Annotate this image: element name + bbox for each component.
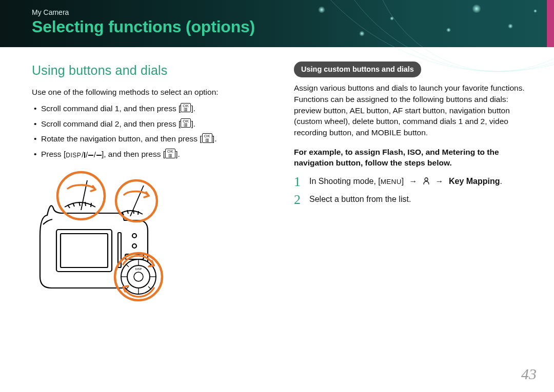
sparkle-icon xyxy=(508,24,513,29)
ok-button-icon: OK▥ xyxy=(165,149,175,158)
method-text: Rotate the navigation button, and then p… xyxy=(41,135,202,143)
svg-point-23 xyxy=(425,178,428,181)
method-text: Press [ xyxy=(41,150,66,159)
method-text: ]. xyxy=(191,119,195,128)
camera-svg: DISP xyxy=(32,169,196,302)
step-item: 2 Select a button from the list. xyxy=(294,194,536,205)
steps-list: 1 In Shooting mode, [MENU] → → Key Mappi… xyxy=(294,176,536,205)
subsection-pill: Using custom buttons and dials xyxy=(294,61,421,77)
svg-point-8 xyxy=(134,272,143,281)
manual-page: My Camera Selecting functions (options) … xyxy=(0,0,554,392)
sparkle-icon xyxy=(359,31,365,36)
list-item: Scroll command dial 2, and then press [O… xyxy=(34,118,273,130)
menu-button-label: MENU xyxy=(381,178,402,185)
right-column: Using custom buttons and dials Assign va… xyxy=(294,61,536,377)
list-item: Press [DISP///], and then press [OK▥]. xyxy=(34,149,273,160)
arrow-icon: → xyxy=(436,177,444,185)
decorative-arc xyxy=(369,0,554,72)
list-item: Rotate the navigation button, and then p… xyxy=(34,133,273,145)
sparkle-icon xyxy=(390,16,394,20)
sparkle-icon xyxy=(318,6,325,13)
svg-point-4 xyxy=(132,244,136,248)
dpad-icon: DISP/// xyxy=(66,150,102,160)
method-text: ]. xyxy=(191,104,195,113)
svg-text:DISP: DISP xyxy=(135,267,142,271)
method-text: ]. xyxy=(212,135,217,143)
menu-target-label: Key Mapping xyxy=(449,177,500,185)
ok-button-icon: OK▥ xyxy=(202,133,212,142)
camera-illustration: DISP xyxy=(32,169,196,302)
svg-point-19 xyxy=(116,180,157,221)
section-heading: Using buttons and dials xyxy=(32,61,273,79)
example-note: For example, to assign Flash, ISO, and M… xyxy=(294,147,536,169)
page-number: 43 xyxy=(521,365,537,383)
page-title: Selecting functions (options) xyxy=(32,17,255,36)
step-text: . xyxy=(500,177,502,185)
decorative-arc xyxy=(267,0,554,72)
step-item: 1 In Shooting mode, [MENU] → → Key Mappi… xyxy=(294,176,536,188)
content-body: Using buttons and dials Use one of the f… xyxy=(32,61,536,377)
sparkle-icon xyxy=(446,28,451,32)
arrow-icon: → xyxy=(409,177,418,185)
step-number: 1 xyxy=(294,173,301,191)
svg-rect-1 xyxy=(61,234,108,267)
method-text: ]. xyxy=(175,150,180,159)
step-text: ] xyxy=(402,177,406,185)
left-column: Using buttons and dials Use one of the f… xyxy=(32,61,273,377)
ok-button-icon: OK▥ xyxy=(181,118,191,128)
methods-list: Scroll command dial 1, and then press [O… xyxy=(34,103,273,160)
intro-text: Use one of the following methods to sele… xyxy=(32,87,273,98)
step-number: 2 xyxy=(294,191,301,209)
svg-point-18 xyxy=(57,172,105,219)
ok-button-icon: OK▥ xyxy=(181,103,191,112)
step-text: In Shooting mode, [ xyxy=(309,177,381,185)
method-text: Scroll command dial 1, and then press [ xyxy=(41,104,181,113)
sparkle-icon xyxy=(472,4,481,13)
list-item: Scroll command dial 1, and then press [O… xyxy=(34,103,273,114)
breadcrumb: My Camera xyxy=(32,8,69,16)
method-text: ], and then press [ xyxy=(102,150,165,159)
section-tab-marker xyxy=(547,0,554,47)
sparkle-icon xyxy=(533,9,537,13)
svg-point-3 xyxy=(132,234,136,238)
decorative-arc xyxy=(318,0,554,72)
subsection-description: Assign various buttons and dials to laun… xyxy=(294,82,536,138)
step-text: Select a button from the list. xyxy=(309,195,411,203)
user-settings-icon xyxy=(423,177,430,188)
method-text: Scroll command dial 2, and then press [ xyxy=(41,119,181,128)
